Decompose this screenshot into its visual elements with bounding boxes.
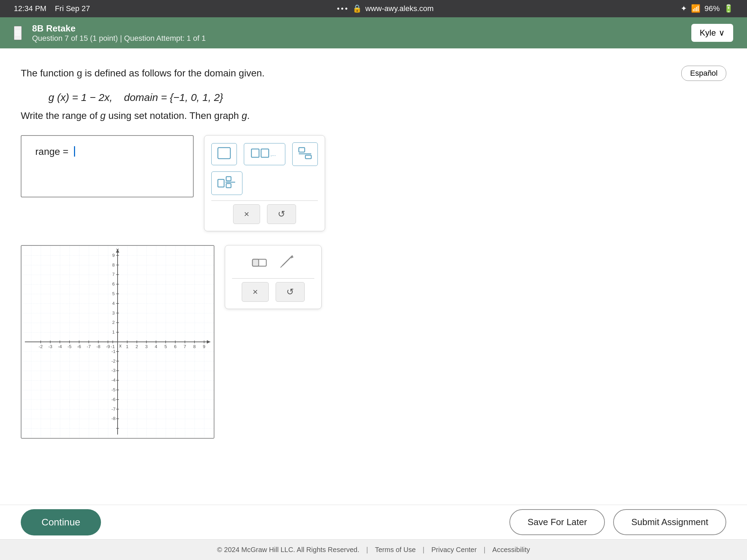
- range-cursor: [74, 146, 75, 157]
- svg-line-93: [283, 256, 292, 265]
- svg-text:-8: -8: [96, 344, 100, 349]
- notation-clear-button[interactable]: ×: [233, 204, 260, 224]
- notation-row-2: [211, 171, 318, 195]
- app-header: ≡ 8B Retake Question 7 of 15 (1 point) |…: [0, 17, 747, 48]
- svg-text:1: 1: [126, 344, 128, 349]
- continue-button[interactable]: Continue: [21, 509, 101, 535]
- notation-row-1: ,...: [211, 142, 318, 166]
- battery-level: 96%: [704, 4, 720, 13]
- svg-text:-7: -7: [87, 344, 91, 349]
- svg-text:,...: ,...: [270, 151, 276, 157]
- notation-undo-button[interactable]: ↺: [267, 204, 296, 224]
- status-bar: 12:34 PM Fri Sep 27 ••• 🔒 www-awy.aleks.…: [0, 0, 747, 17]
- dots: •••: [337, 4, 349, 13]
- svg-text:-2: -2: [111, 358, 115, 363]
- submit-assignment-button[interactable]: Submit Assignment: [613, 509, 726, 535]
- hamburger-menu-button[interactable]: ≡: [14, 26, 22, 40]
- svg-text:8: 8: [193, 344, 196, 349]
- set-list-button[interactable]: ,...: [244, 143, 285, 165]
- svg-text:x: x: [119, 343, 121, 348]
- save-for-later-button[interactable]: Save For Later: [509, 509, 605, 535]
- draw-clear-button[interactable]: ×: [242, 282, 268, 302]
- svg-rect-8: [226, 177, 231, 181]
- svg-text:-8: -8: [111, 416, 115, 421]
- draw-toolbar: × ↺: [225, 245, 322, 309]
- svg-text:-3: -3: [111, 368, 115, 373]
- mixed-number-button[interactable]: [211, 171, 242, 195]
- user-menu-button[interactable]: Kyle ∨: [691, 24, 733, 42]
- svg-text:9: 9: [112, 253, 114, 258]
- svg-rect-1: [251, 149, 259, 157]
- svg-text:9: 9: [203, 344, 205, 349]
- eraser-button[interactable]: [251, 252, 268, 273]
- svg-text:y: y: [117, 247, 119, 252]
- status-time-date: 12:34 PM Fri Sep 27: [14, 4, 90, 13]
- svg-text:7: 7: [112, 272, 114, 277]
- range-input-box[interactable]: range =: [21, 135, 194, 197]
- graph-container[interactable]: x y -9 -8 -7 -6 -5 -4 -3 -2 -1 1 2 3 4 5…: [21, 245, 214, 439]
- wifi-icon: ✦: [681, 4, 687, 13]
- fraction-button[interactable]: [292, 142, 318, 166]
- svg-text:-6: -6: [77, 344, 81, 349]
- header-left: ≡ 8B Retake Question 7 of 15 (1 point) |…: [14, 23, 206, 43]
- svg-text:2: 2: [112, 320, 114, 325]
- svg-rect-0: [218, 148, 230, 159]
- time: 12:34 PM: [14, 4, 46, 13]
- header-info: 8B Retake Question 7 of 15 (1 point) | Q…: [32, 23, 206, 43]
- svg-text:-5: -5: [67, 344, 71, 349]
- svg-rect-2: [261, 149, 269, 157]
- svg-rect-7: [218, 179, 224, 187]
- set-braces-button[interactable]: [211, 143, 237, 165]
- svg-rect-91: [252, 259, 259, 266]
- toolbar-divider: [211, 200, 318, 201]
- accessibility-link[interactable]: Accessibility: [492, 546, 530, 554]
- footer: © 2024 McGraw Hill LLC. All Rights Reser…: [0, 539, 747, 560]
- lock-icon: 🔒: [352, 4, 362, 13]
- svg-text:4: 4: [155, 344, 157, 349]
- chevron-down-icon: ∨: [719, 28, 725, 38]
- terms-of-use-link[interactable]: Terms of Use: [375, 546, 416, 554]
- svg-text:-4: -4: [111, 377, 115, 383]
- course-title: 8B Retake: [32, 23, 206, 34]
- svg-text:2: 2: [136, 344, 138, 349]
- svg-rect-4: [299, 148, 305, 152]
- svg-text:5: 5: [112, 291, 114, 296]
- svg-text:7: 7: [184, 344, 186, 349]
- svg-text:-1: -1: [111, 344, 114, 349]
- svg-text:-2: -2: [39, 344, 43, 349]
- graph-row: x y -9 -8 -7 -6 -5 -4 -3 -2 -1 1 2 3 4 5…: [21, 245, 726, 439]
- svg-text:-7: -7: [111, 406, 115, 411]
- math-formula: g (x) = 1 − 2x, domain = {−1, 0, 1, 2}: [48, 92, 726, 103]
- coordinate-graph: x y -9 -8 -7 -6 -5 -4 -3 -2 -1 1 2 3 4 5…: [21, 246, 214, 438]
- question-info: Question 7 of 15 (1 point) | Question At…: [32, 34, 206, 43]
- svg-rect-6: [305, 155, 311, 159]
- battery-icon: 🔋: [724, 4, 733, 13]
- instruction-text: Write the range of g using set notation.…: [21, 110, 726, 121]
- pencil-button[interactable]: [278, 252, 296, 273]
- svg-text:1: 1: [112, 329, 114, 335]
- svg-text:3: 3: [112, 310, 114, 315]
- draw-undo-button[interactable]: ↺: [276, 282, 305, 302]
- espanol-button[interactable]: Español: [681, 66, 726, 81]
- toolbar-action-row: × ↺: [211, 204, 318, 224]
- date: Fri Sep 27: [55, 4, 90, 13]
- svg-text:-9: -9: [106, 344, 110, 349]
- range-answer-row: range = ,...: [21, 135, 726, 231]
- privacy-center-link[interactable]: Privacy Center: [431, 546, 477, 554]
- svg-text:-5: -5: [111, 387, 115, 392]
- url-text: www-awy.aleks.com: [365, 4, 434, 13]
- svg-text:8: 8: [112, 262, 114, 267]
- svg-text:6: 6: [174, 344, 176, 349]
- svg-text:6: 6: [112, 281, 114, 287]
- svg-text:-3: -3: [48, 344, 52, 349]
- footer-copyright: © 2024 McGraw Hill LLC. All Rights Reser…: [217, 546, 359, 554]
- wifi-signal-icon: 📶: [691, 4, 700, 13]
- svg-text:-1: -1: [111, 349, 115, 354]
- draw-tools-row: [232, 252, 314, 273]
- svg-rect-10: [226, 184, 231, 188]
- draw-toolbar-divider: [232, 278, 314, 279]
- status-right: ✦ 📶 96% 🔋: [681, 4, 733, 13]
- user-name: Kyle: [700, 28, 716, 38]
- bottom-bar: Continue Save For Later Submit Assignmen…: [0, 505, 747, 539]
- svg-text:5: 5: [164, 344, 167, 349]
